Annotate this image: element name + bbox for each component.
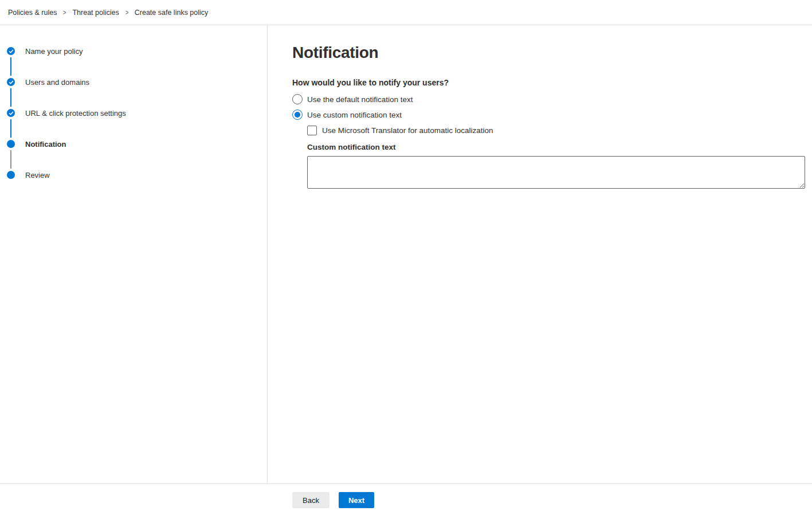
breadcrumb: Policies & rules > Threat policies > Cre… — [8, 9, 208, 17]
step-current-icon — [7, 140, 15, 148]
checkmark-icon — [9, 49, 14, 54]
step-completed-icon — [7, 47, 15, 55]
breadcrumb-create-safe-links-policy: Create safe links policy — [135, 9, 209, 17]
step-name-your-policy[interactable]: Name your policy — [7, 47, 267, 55]
radio-label: Use custom notification text — [307, 111, 402, 119]
radio-button-icon — [292, 94, 303, 104]
notify-users-question: How would you like to notify your users? — [292, 78, 805, 87]
checkmark-icon — [9, 111, 14, 116]
breadcrumb-chevron-icon: > — [125, 9, 128, 17]
custom-notification-text-label: Custom notification text — [307, 143, 805, 151]
use-microsoft-translator-checkbox[interactable]: Use Microsoft Translator for automatic l… — [307, 126, 805, 135]
breadcrumb-chevron-icon: > — [63, 9, 66, 17]
step-upcoming-icon — [7, 171, 15, 179]
checkbox-label: Use Microsoft Translator for automatic l… — [322, 126, 493, 135]
back-button[interactable]: Back — [292, 492, 329, 508]
step-completed-icon — [7, 78, 15, 86]
radio-label: Use the default notification text — [307, 95, 413, 104]
radio-default-notification-text[interactable]: Use the default notification text — [292, 94, 805, 104]
wizard-footer: Back Next — [0, 484, 812, 515]
checkmark-icon — [9, 80, 14, 85]
step-connector — [10, 150, 11, 169]
breadcrumb-policies-and-rules[interactable]: Policies & rules — [8, 9, 57, 17]
wizard-steps-sidebar: Name your policy Users and domains — [0, 25, 268, 483]
breadcrumb-bar: Policies & rules > Threat policies > Cre… — [0, 0, 812, 25]
next-button[interactable]: Next — [339, 492, 374, 508]
step-label: Review — [25, 171, 50, 180]
checkbox-icon — [307, 126, 317, 135]
notification-text-radio-group: Use the default notification text Use cu… — [292, 94, 805, 120]
notification-step-panel: Notification How would you like to notif… — [268, 25, 812, 483]
page-title: Notification — [292, 44, 805, 62]
step-notification[interactable]: Notification — [7, 140, 267, 148]
custom-notification-text-input[interactable] — [307, 156, 805, 189]
step-label: Notification — [25, 140, 66, 149]
step-users-and-domains[interactable]: Users and domains — [7, 78, 267, 86]
step-label: Users and domains — [25, 78, 89, 87]
step-review[interactable]: Review — [7, 171, 267, 179]
radio-button-icon — [292, 110, 303, 120]
step-completed-icon — [7, 109, 15, 117]
breadcrumb-threat-policies[interactable]: Threat policies — [72, 9, 119, 17]
step-connector — [10, 88, 11, 107]
step-connector — [10, 119, 11, 138]
create-safe-links-policy-wizard: Policies & rules > Threat policies > Cre… — [0, 0, 812, 515]
wizard-body: Name your policy Users and domains — [0, 25, 812, 484]
radio-custom-notification-text[interactable]: Use custom notification text — [292, 110, 805, 120]
step-connector — [10, 57, 11, 76]
step-url-click-protection-settings[interactable]: URL & click protection settings — [7, 109, 267, 117]
step-label: URL & click protection settings — [25, 109, 126, 118]
step-label: Name your policy — [25, 47, 83, 56]
